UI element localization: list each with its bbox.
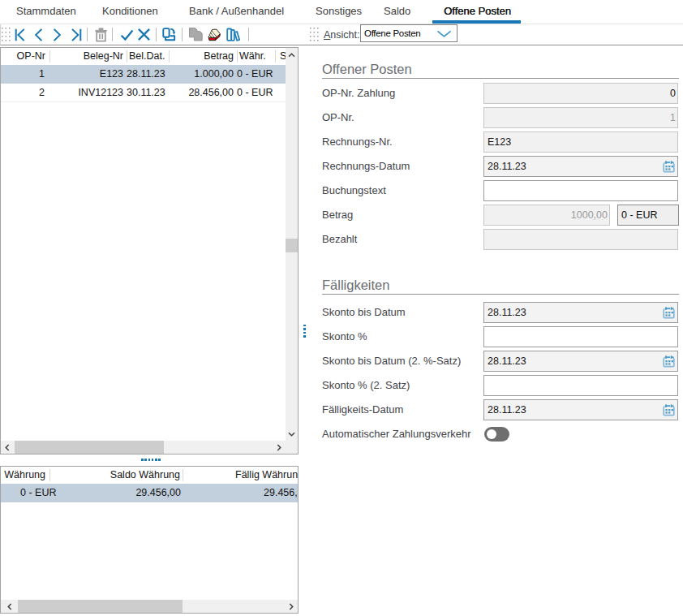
vertical-splitter-handle[interactable]	[303, 325, 306, 338]
toggle-knob	[487, 429, 496, 439]
open-items-row-2[interactable]: 2 INV12123 30.11.23 28.456,00 0 - EUR	[1, 84, 298, 102]
last-record-icon	[71, 28, 82, 41]
scrollbar-corner	[286, 441, 298, 454]
betrag-currency-box[interactable]: 0 - EUR	[617, 205, 679, 226]
tab-saldo[interactable]: Saldo	[384, 0, 410, 24]
card-index-button[interactable]	[206, 24, 221, 45]
previous-record-button[interactable]	[35, 24, 43, 45]
cell-betrag: 1.000,00	[169, 65, 237, 83]
form-row: Betrag 0 - EUR	[322, 205, 679, 226]
column-header-faellig-waehrung[interactable]: Fällig Währung	[183, 467, 299, 484]
calendar-icon	[662, 355, 676, 368]
confirm-button[interactable]	[119, 24, 134, 45]
first-record-button[interactable]	[15, 24, 25, 45]
faelligkeits-datum-calendar-button[interactable]	[659, 400, 677, 420]
delete-button[interactable]	[94, 24, 108, 45]
toolbar-separator	[248, 28, 249, 41]
auto-zahlungsverkehr-toggle[interactable]	[484, 427, 509, 442]
rechnungs-datum-input[interactable]	[483, 156, 678, 177]
scroll-right-arrow[interactable]	[287, 600, 295, 613]
application-window: Stammdaten Konditionen Bank / Außenhande…	[0, 0, 683, 616]
totals-row-1[interactable]: 0 - EUR 29.456,00 29.456,00	[1, 484, 298, 502]
buchungstext-label: Buchungstext	[322, 180, 386, 201]
toolbar-separator	[112, 28, 113, 41]
column-header-waehr[interactable]: Währ.	[237, 48, 275, 65]
scroll-right-arrow[interactable]	[275, 441, 283, 454]
form-row: Rechnungs-Datum	[322, 156, 679, 177]
horizontal-scrollbar[interactable]	[1, 441, 286, 454]
view-select-value: Offene Posten	[361, 28, 437, 38]
toolbar-separator	[156, 28, 157, 41]
cancel-button[interactable]	[138, 24, 151, 45]
form-row: Rechnungs-Nr.	[322, 131, 679, 153]
column-header-op-nr[interactable]: OP-Nr	[1, 48, 49, 65]
cell-saldo: 29.456,00	[49, 484, 183, 502]
cell-faellig: 29.456,00	[183, 484, 299, 502]
cell-waehrung: 0 - EUR	[1, 484, 49, 502]
view-select[interactable]: Offene Posten	[360, 24, 457, 42]
transfer-posting-button[interactable]	[161, 24, 176, 45]
scroll-down-arrow[interactable]	[286, 431, 298, 437]
column-header-beleg-nr[interactable]: Beleg-Nr	[49, 48, 127, 65]
horizontal-scrollbar-thumb[interactable]	[15, 441, 164, 454]
skonto-bis-datum-2-input[interactable]	[483, 351, 678, 372]
horizontal-splitter-handle[interactable]	[141, 459, 161, 462]
skonto-prozent-2-input[interactable]	[483, 375, 678, 396]
scroll-left-arrow[interactable]	[6, 600, 14, 613]
rechnungs-nr-label: Rechnungs-Nr.	[322, 131, 393, 153]
open-items-row-1[interactable]: 1 E123 28.11.23 1.000,00 0 - EUR	[1, 65, 298, 84]
cell-waehr: 0 - EUR	[237, 84, 275, 101]
faelligkeits-datum-input[interactable]	[483, 399, 678, 420]
skonto-prozent-2-label: Skonto % (2. Satz)	[322, 375, 410, 396]
column-header-betrag[interactable]: Betrag	[169, 48, 237, 65]
scroll-up-arrow[interactable]	[286, 52, 298, 58]
view-label: Ansicht:	[324, 24, 359, 45]
toolbar-separator	[87, 28, 88, 41]
tab-offene-posten[interactable]: Offene Posten	[444, 0, 511, 24]
horizontal-scrollbar-thumb[interactable]	[18, 600, 183, 613]
tab-bank-aussenhandel[interactable]: Bank / Außenhandel	[189, 0, 284, 24]
copy-button[interactable]	[188, 24, 203, 45]
skonto-bis-datum-calendar-button[interactable]	[659, 303, 677, 322]
skonto-bis-datum-input[interactable]	[483, 302, 678, 323]
skonto-prozent-label: Skonto %	[322, 326, 367, 347]
next-record-button[interactable]	[53, 24, 61, 45]
form-row: Skonto % (2. Satz)	[322, 375, 679, 396]
scroll-left-arrow[interactable]	[3, 441, 11, 454]
faelligkeits-datum-label: Fälligkeits-Datum	[322, 399, 403, 420]
betrag-label: Betrag	[322, 205, 353, 226]
journals-button[interactable]	[226, 24, 240, 45]
open-items-table-header: OP-Nr Beleg-Nr Bel.Dat. Betrag Währ. S	[1, 48, 298, 65]
bezahlt-input[interactable]	[483, 229, 678, 250]
tab-stammdaten[interactable]: Stammdaten	[16, 0, 76, 24]
chevron-down-icon	[437, 31, 451, 37]
skonto-prozent-input[interactable]	[483, 326, 678, 347]
view-toolbar-grip[interactable]	[310, 24, 320, 45]
vertical-scrollbar-thumb[interactable]	[286, 239, 298, 252]
vertical-scrollbar[interactable]	[286, 48, 298, 442]
column-header-waehrung[interactable]: Währung	[1, 467, 49, 484]
tab-konditionen[interactable]: Konditionen	[102, 0, 158, 24]
totals-table: Währung Saldo Währung Fällig Währung 0 -…	[0, 466, 299, 614]
op-nr-zahlung-input[interactable]	[483, 83, 678, 104]
betrag-input[interactable]	[483, 205, 610, 226]
previous-record-icon	[35, 28, 43, 41]
cell-waehr: 0 - EUR	[237, 65, 275, 83]
rechnungs-nr-input[interactable]	[483, 131, 678, 153]
rechnungs-datum-calendar-button[interactable]	[659, 157, 677, 176]
rechnungs-datum-label: Rechnungs-Datum	[322, 156, 410, 177]
op-nr-zahlung-label: OP-Nr. Zahlung	[322, 83, 395, 104]
trash-icon	[95, 28, 107, 42]
buchungstext-input[interactable]	[483, 180, 678, 201]
check-icon	[120, 29, 134, 41]
skonto-bis-datum-2-calendar-button[interactable]	[659, 351, 677, 371]
op-nr-input[interactable]	[483, 107, 678, 128]
column-header-saldo-waehrung[interactable]: Saldo Währung	[49, 467, 183, 484]
tab-sonstiges[interactable]: Sonstiges	[316, 0, 362, 24]
last-record-button[interactable]	[71, 24, 82, 45]
horizontal-scrollbar[interactable]	[1, 600, 298, 613]
toolbar-grip[interactable]	[2, 24, 11, 45]
tab-bar: Stammdaten Konditionen Bank / Außenhande…	[0, 0, 683, 24]
first-record-icon	[15, 28, 25, 41]
column-header-bel-dat[interactable]: Bel.Dat.	[127, 48, 169, 65]
